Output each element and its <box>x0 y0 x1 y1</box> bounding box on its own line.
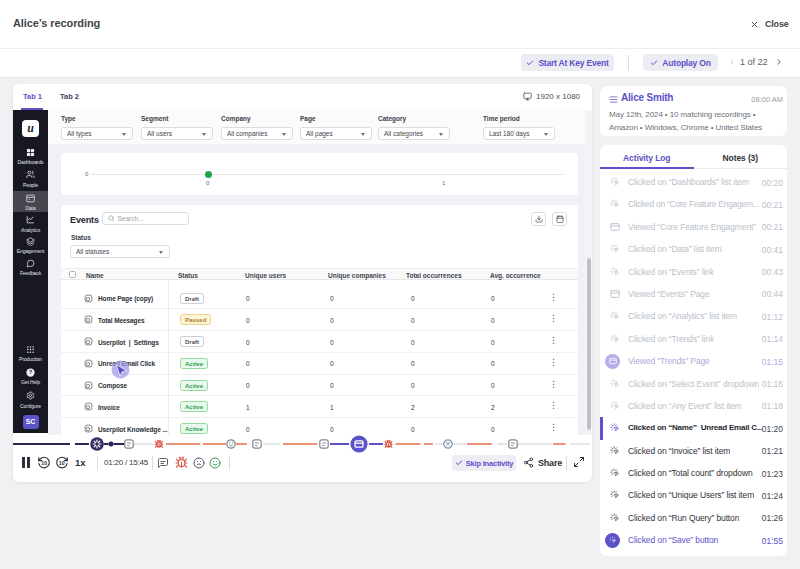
svg-text:?: ? <box>29 369 33 375</box>
svg-text:10: 10 <box>59 460 65 466</box>
svg-text:10: 10 <box>41 460 47 466</box>
